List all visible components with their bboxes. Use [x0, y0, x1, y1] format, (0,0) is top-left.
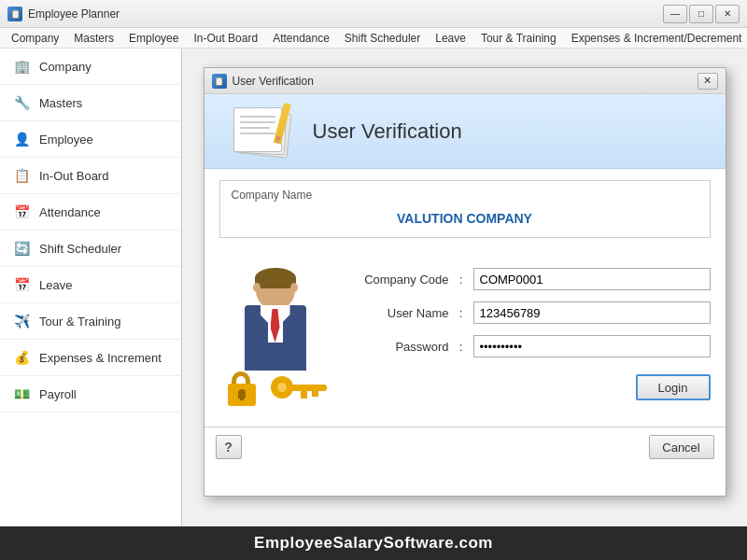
password-row: Password :	[346, 335, 711, 357]
company-code-input[interactable]	[473, 268, 711, 290]
sidebar-label-payroll: Payroll	[39, 387, 77, 401]
payroll-icon: 💵	[11, 384, 32, 404]
login-btn-row: Login	[346, 374, 711, 400]
sidebar-item-masters[interactable]: 🔧 Masters	[0, 85, 181, 121]
dialog-close-button[interactable]: ✕	[698, 73, 718, 90]
sidebar-label-company: Company	[39, 60, 92, 74]
company-code-label: Company Code	[346, 273, 449, 287]
sidebar-label-employee: Employee	[39, 133, 93, 147]
sidebar-label-tour: Tour & Training	[39, 315, 120, 329]
company-code-row: Company Code :	[346, 268, 711, 290]
sidebar-label-masters: Masters	[39, 96, 82, 110]
dialog-form: Company Code : User Name : Password :	[346, 259, 711, 408]
username-input[interactable]	[473, 301, 711, 324]
attendance-icon: 📅	[11, 202, 32, 222]
sidebar-label-inout: In-Out Board	[39, 169, 108, 183]
inout-icon: 📋	[11, 165, 32, 186]
help-button[interactable]: ?	[216, 435, 242, 459]
dialog-avatar	[219, 259, 331, 408]
sidebar: 🏢 Company 🔧 Masters 👤 Employee 📋 In-Out …	[0, 49, 182, 526]
company-name-section: Company Name VALUTION COMPANY	[219, 180, 711, 238]
sidebar-item-tour[interactable]: ✈️ Tour & Training	[0, 303, 181, 340]
dialog-body: Company Code : User Name : Password :	[204, 249, 726, 417]
username-colon: :	[457, 306, 466, 320]
dialog-header: User Verification	[204, 94, 726, 169]
title-bar-left: 📋 Employee Planner	[7, 7, 120, 21]
sidebar-item-inout[interactable]: 📋 In-Out Board	[0, 158, 181, 194]
tour-icon: ✈️	[11, 311, 32, 331]
main-content: 📋 User Verification ✕	[182, 49, 747, 526]
key-icon	[271, 376, 327, 399]
bottom-banner: EmployeeSalarySoftware.com	[0, 526, 747, 560]
app-icon: 📋	[7, 7, 22, 21]
masters-icon: 🔧	[11, 92, 32, 113]
dialog-header-title: User Verification	[313, 119, 462, 144]
main-layout: 🏢 Company 🔧 Masters 👤 Employee 📋 In-Out …	[0, 49, 747, 526]
company-name-label: Company Name	[232, 189, 698, 202]
sidebar-item-attendance[interactable]: 📅 Attendance	[0, 194, 181, 231]
menu-item-company[interactable]: Company	[4, 30, 66, 47]
maximize-button[interactable]: □	[689, 5, 713, 23]
minimize-button[interactable]: —	[663, 5, 687, 23]
menu-item-inout[interactable]: In-Out Board	[186, 30, 265, 47]
leave-icon: 📅	[11, 274, 32, 295]
banner-text: EmployeeSalarySoftware.com	[254, 534, 493, 553]
cancel-button[interactable]: Cancel	[649, 435, 714, 459]
menu-item-leave[interactable]: Leave	[428, 30, 473, 47]
sidebar-label-attendance: Attendance	[39, 205, 101, 219]
password-label: Password	[346, 340, 449, 354]
menu-bar: Company Masters Employee In-Out Board At…	[0, 28, 747, 49]
expenses-icon: 💰	[11, 347, 32, 368]
dialog-titlebar-left: 📋 User Verification	[212, 74, 314, 89]
menu-item-expenses[interactable]: Expenses & Increment/Decrement	[564, 30, 747, 47]
dialog-overlay: 📋 User Verification ✕	[182, 49, 747, 526]
dialog-header-image	[223, 101, 298, 161]
title-bar: 📋 Employee Planner — □ ✕	[0, 0, 747, 28]
dialog-titlebar: 📋 User Verification ✕	[204, 68, 726, 94]
company-code-colon: :	[457, 273, 466, 287]
shift-icon: 🔄	[11, 238, 32, 259]
title-bar-buttons: — □ ✕	[663, 5, 740, 23]
sidebar-label-shift: Shift Scheduler	[39, 242, 121, 256]
sidebar-item-company[interactable]: 🏢 Company	[0, 49, 181, 85]
app-title: Employee Planner	[28, 7, 120, 21]
company-icon: 🏢	[11, 56, 32, 77]
password-colon: :	[457, 340, 466, 354]
login-button[interactable]: Login	[636, 374, 711, 400]
company-name-value: VALUTION COMPANY	[232, 207, 698, 230]
menu-item-shift[interactable]: Shift Scheduler	[337, 30, 428, 47]
sidebar-label-expenses: Expenses & Increment	[39, 351, 162, 365]
sidebar-item-payroll[interactable]: 💵 Payroll	[0, 376, 181, 413]
sidebar-item-shift[interactable]: 🔄 Shift Scheduler	[0, 231, 181, 267]
menu-item-masters[interactable]: Masters	[66, 30, 121, 47]
username-label: User Name	[346, 306, 449, 320]
menu-item-attendance[interactable]: Attendance	[265, 30, 337, 47]
close-button[interactable]: ✕	[715, 5, 740, 23]
menu-item-tour[interactable]: Tour & Training	[473, 30, 564, 47]
username-row: User Name :	[346, 301, 711, 324]
sidebar-item-expenses[interactable]: 💰 Expenses & Increment	[0, 340, 181, 376]
dialog-footer: ? Cancel	[204, 427, 726, 467]
employee-icon: 👤	[11, 129, 32, 149]
menu-item-employee[interactable]: Employee	[121, 30, 186, 47]
sidebar-item-employee[interactable]: 👤 Employee	[0, 121, 181, 158]
lock-icon	[228, 371, 256, 406]
sidebar-item-leave[interactable]: 📅 Leave	[0, 267, 181, 303]
avatar-hair	[255, 268, 296, 288]
sidebar-label-leave: Leave	[39, 278, 72, 292]
user-verification-dialog: 📋 User Verification ✕	[204, 67, 726, 497]
password-input[interactable]	[473, 335, 711, 357]
dialog-icon: 📋	[212, 74, 227, 89]
dialog-title: User Verification	[233, 75, 314, 88]
